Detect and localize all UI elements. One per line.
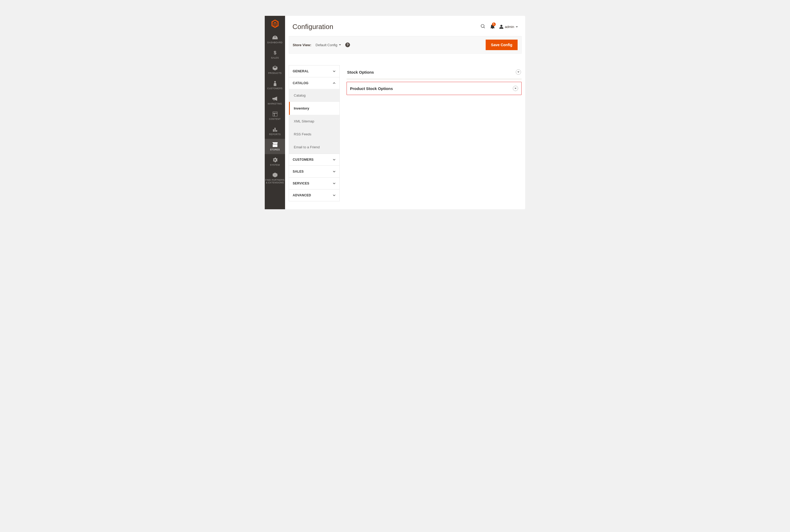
store-view-toolbar: Store View: Default Config ? Save Config xyxy=(289,36,522,54)
chevron-down-icon xyxy=(333,158,336,161)
megaphone-icon xyxy=(272,96,278,101)
sidebar-item-label: DASHBOARD xyxy=(267,41,282,44)
account-name: admin xyxy=(505,25,514,29)
user-icon xyxy=(500,25,503,29)
chevron-down-icon xyxy=(333,194,336,197)
cube-icon xyxy=(272,172,277,177)
config-subitem-catalog[interactable]: Catalog xyxy=(289,89,339,102)
caret-down-icon xyxy=(339,44,341,46)
sidebar-item-customers[interactable]: CUSTOMERS xyxy=(265,78,285,93)
magento-hex-icon xyxy=(271,20,279,28)
sidebar-item-system[interactable]: SYSTEM xyxy=(265,154,285,169)
chevron-down-icon xyxy=(333,182,336,185)
svg-point-8 xyxy=(481,24,484,27)
notification-count: 5 xyxy=(492,22,496,26)
sidebar-item-reports[interactable]: REPORTS xyxy=(265,124,285,139)
config-category-advanced[interactable]: ADVANCED xyxy=(289,189,339,201)
config-category-label: CATALOG xyxy=(293,81,308,85)
magento-logo[interactable] xyxy=(265,16,285,32)
config-category-label: ADVANCED xyxy=(293,193,311,197)
layout-icon xyxy=(272,111,277,117)
config-category-label: CUSTOMERS xyxy=(293,158,314,162)
panel-title: Product Stock Options xyxy=(350,86,393,91)
chevron-down-icon xyxy=(333,170,336,173)
sidebar-item-find-partners[interactable]: FIND PARTNERS & EXTENSIONS xyxy=(265,169,285,187)
expand-icon xyxy=(513,86,518,91)
panel-title: Stock Options xyxy=(347,70,374,74)
config-category-label: SERVICES xyxy=(293,182,309,185)
config-category-sales[interactable]: SALES xyxy=(289,166,339,177)
sidebar-item-label: FIND PARTNERS & EXTENSIONS xyxy=(265,179,284,184)
configuration-tree: GENERAL CATALOG Catalog Inventory XML Si… xyxy=(289,65,340,201)
sidebar-item-products[interactable]: PRODUCTS xyxy=(265,62,285,78)
sidebar-item-dashboard[interactable]: DASHBOARD xyxy=(265,32,285,47)
sidebar-item-sales[interactable]: $ SALES xyxy=(265,47,285,62)
bar-chart-icon xyxy=(272,127,277,132)
store-icon xyxy=(272,142,278,147)
box-icon xyxy=(272,65,277,71)
config-category-services[interactable]: SERVICES xyxy=(289,177,339,189)
page-header: Configuration 5 admin xyxy=(285,16,525,36)
expand-icon xyxy=(516,70,521,75)
chevron-down-icon xyxy=(333,70,336,73)
svg-line-9 xyxy=(484,27,485,28)
sidebar-item-content[interactable]: CONTENT xyxy=(265,108,285,124)
dollar-icon: $ xyxy=(274,50,277,55)
config-category-general[interactable]: GENERAL xyxy=(289,65,339,77)
save-config-button[interactable]: Save Config xyxy=(486,40,518,50)
svg-rect-5 xyxy=(273,129,274,132)
chevron-up-icon xyxy=(333,81,336,85)
config-subitem-rss-feeds[interactable]: RSS Feeds xyxy=(289,128,339,141)
config-subitem-xml-sitemap[interactable]: XML Sitemap xyxy=(289,115,339,128)
caret-down-icon xyxy=(516,26,518,28)
sidebar-item-label: MARKETING xyxy=(268,103,282,105)
svg-point-1 xyxy=(274,81,276,82)
config-subitem-inventory[interactable]: Inventory xyxy=(289,102,339,115)
svg-rect-7 xyxy=(276,130,277,132)
dashboard-icon xyxy=(272,35,278,40)
sidebar-item-marketing[interactable]: MARKETING xyxy=(265,93,285,108)
page-title: Configuration xyxy=(293,23,333,31)
config-category-catalog-header[interactable]: CATALOG xyxy=(289,77,339,89)
person-icon xyxy=(274,81,277,86)
svg-rect-6 xyxy=(275,128,276,132)
store-view-label: Store View: xyxy=(293,43,312,47)
sidebar-item-label: PRODUCTS xyxy=(268,72,282,74)
search-icon[interactable] xyxy=(481,24,486,30)
config-category-label: GENERAL xyxy=(293,70,309,73)
sidebar-item-label: CUSTOMERS xyxy=(267,87,283,90)
store-view-select[interactable]: Default Config xyxy=(316,43,341,47)
config-category-catalog: CATALOG Catalog Inventory XML Sitemap RS… xyxy=(289,77,339,154)
gear-icon xyxy=(272,157,277,163)
notifications-button[interactable]: 5 xyxy=(490,24,495,30)
account-menu[interactable]: admin xyxy=(500,25,518,29)
help-icon[interactable]: ? xyxy=(345,42,350,47)
config-category-customers[interactable]: CUSTOMERS xyxy=(289,154,339,166)
panel-stock-options[interactable]: Stock Options xyxy=(346,65,522,79)
sidebar-item-label: CONTENT xyxy=(269,118,281,120)
main-content: Configuration 5 admin Store View: xyxy=(285,16,525,209)
svg-text:$: $ xyxy=(274,50,276,55)
configuration-panels: Stock Options Product Stock Options xyxy=(346,65,522,95)
sidebar-item-label: REPORTS xyxy=(269,133,281,136)
sidebar-item-stores[interactable]: STORES xyxy=(265,139,285,154)
svg-rect-2 xyxy=(272,112,277,116)
sidebar-item-label: SYSTEM xyxy=(270,164,280,166)
config-subitem-email-friend[interactable]: Email to a Friend xyxy=(289,141,339,154)
store-view-value: Default Config xyxy=(316,43,337,47)
panel-product-stock-options[interactable]: Product Stock Options xyxy=(346,82,522,95)
sidebar-item-label: SALES xyxy=(271,57,279,59)
sidebar: DASHBOARD $ SALES PRODUCTS CUSTOMERS MAR… xyxy=(265,16,285,209)
sidebar-item-label: STORES xyxy=(270,149,280,151)
config-category-label: SALES xyxy=(293,170,304,173)
